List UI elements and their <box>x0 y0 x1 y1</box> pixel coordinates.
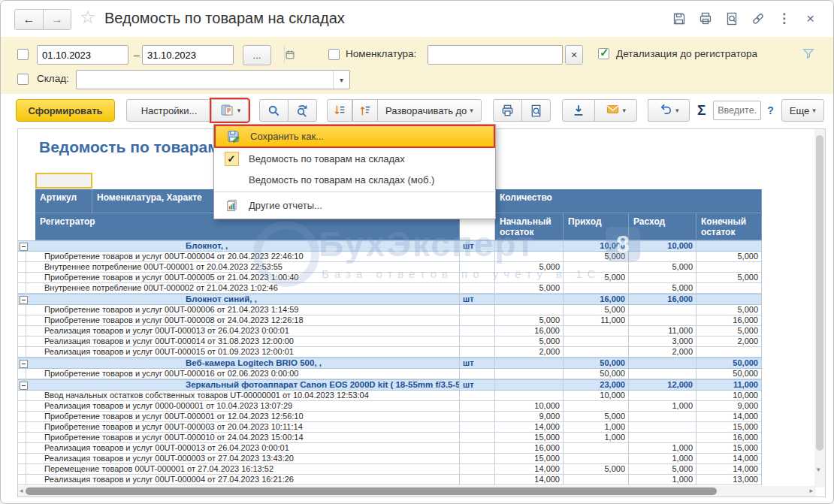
group-row[interactable]: Зеркальный фотоаппарат Canon EOS 2000D k… <box>18 379 762 391</box>
detail-row[interactable]: Приобретение товаров и услуг 00UT-000008… <box>18 315 762 326</box>
group-row[interactable]: Блокнот синий, ,шт16,00016,000 <box>18 294 762 305</box>
expand-to-button[interactable]: Разворачивать до ▾ <box>377 99 482 122</box>
column-header-quantity[interactable]: Количество <box>495 189 762 213</box>
period-options-button[interactable]: ... <box>243 45 271 65</box>
unit-cell <box>460 252 495 262</box>
value-cell <box>495 294 564 304</box>
nomenclature-checkbox[interactable] <box>328 49 340 60</box>
search-next-button[interactable] <box>288 99 317 122</box>
expand-groups-icon[interactable] <box>327 99 352 122</box>
detail-row[interactable]: Реализация товаров и услуг 00UT-000013 о… <box>18 443 762 454</box>
envelope-icon <box>606 102 620 119</box>
menu-item-save-as[interactable]: Сохранить как... <box>214 125 495 148</box>
save-file-button[interactable] <box>562 99 595 122</box>
print-icon[interactable] <box>697 11 713 26</box>
horizontal-scrollbar[interactable]: ◂ ▸ <box>18 486 816 496</box>
detail-row[interactable]: Внутреннее потребление 00UT-000001 от 20… <box>18 262 762 273</box>
detail-row[interactable]: Реализация товаров и услуг 00UT-000013 о… <box>18 326 762 337</box>
detail-row[interactable]: Приобретение товаров и услуг 00UT-000005… <box>18 273 762 283</box>
help-button[interactable]: ? <box>767 104 774 116</box>
autosum-button[interactable]: Σ <box>697 102 706 119</box>
detail-row[interactable]: Внутреннее потребление 00UT-000002 от 21… <box>18 283 762 294</box>
detail-row[interactable]: Приобретение товаров и услуг 00UT-000004… <box>18 252 762 262</box>
calendar-icon[interactable] <box>284 46 295 64</box>
print-button[interactable] <box>493 99 522 122</box>
group-row[interactable]: Веб-камера Logitech BRIO 500, ,шт50,0005… <box>18 358 762 369</box>
value-cell: 14,000 <box>495 475 564 485</box>
clear-nomenclature-button[interactable]: ✕ <box>565 45 583 65</box>
chevron-down-icon[interactable]: ▾ <box>333 71 349 89</box>
detail-row[interactable]: Приобретение товаров и услуг 00UT-000010… <box>18 433 762 443</box>
detail-row[interactable]: Приобретение товаров и услуг 00UT-000003… <box>18 422 762 433</box>
detail-row[interactable]: Реализация товаров и услуг 00UT-000014 о… <box>18 337 762 347</box>
detail-row[interactable]: Ввод начальных остатков собственных това… <box>18 391 762 401</box>
selected-cell[interactable] <box>35 173 92 189</box>
print-preview-button[interactable] <box>521 99 551 122</box>
menu-item-current-variant[interactable]: ✓ Ведомость по товарам на складах <box>214 148 495 170</box>
value-cell: 1,000 <box>564 422 629 433</box>
filter-funnel-icon[interactable] <box>802 47 815 63</box>
value-cell: 5,000 <box>629 262 697 273</box>
back-icon: ← <box>23 13 35 26</box>
column-header-end[interactable]: Конечный остаток <box>697 213 762 240</box>
send-email-button[interactable]: ▾ <box>594 99 637 122</box>
group-row[interactable]: Блокнот, ,шт10,00010,000 <box>18 240 762 252</box>
column-header-in[interactable]: Приход <box>564 213 629 240</box>
collapse-group-icon[interactable] <box>20 243 28 251</box>
preview-icon[interactable] <box>724 11 739 26</box>
filter-panel: – ... Номенклатура: ▾ ✕ ✓ Детализация до… <box>1 37 833 94</box>
column-header-begin[interactable]: Начальный остаток <box>495 213 564 240</box>
scroll-left-icon[interactable]: ◂ <box>20 487 23 494</box>
detail-row[interactable]: Приобретение товаров и услуг 00UT-000001… <box>18 412 762 422</box>
detail-row[interactable]: Реализация товаров и услуг 00UT-000003 о… <box>18 454 762 464</box>
collapse-group-icon[interactable] <box>20 296 28 304</box>
vertical-scrollbar[interactable]: ▾ <box>814 129 825 487</box>
collapse-groups-icon[interactable] <box>352 99 378 122</box>
period-checkbox[interactable] <box>17 49 29 60</box>
column-header-out[interactable]: Расход <box>629 213 697 240</box>
back-button[interactable]: ← <box>15 10 43 29</box>
warehouse-checkbox[interactable] <box>17 74 29 85</box>
generate-button[interactable]: Сформировать <box>16 99 115 122</box>
detail-row[interactable]: Реализация товаров и услуг 00UT-000004 о… <box>18 475 762 485</box>
vertical-scrollbar-thumb[interactable] <box>816 135 823 451</box>
link-icon[interactable] <box>750 11 766 26</box>
tree-cell <box>18 241 35 251</box>
value-cell <box>564 401 629 412</box>
search-button[interactable] <box>259 99 289 122</box>
quick-search-input[interactable] <box>713 101 761 120</box>
forward-icon: → <box>51 13 63 26</box>
detail-row[interactable]: Реализация товаров и услуг 00UT-000015 о… <box>18 347 762 358</box>
menu-item-other-reports[interactable]: Другие отчеты... <box>214 195 495 216</box>
detail-checkbox[interactable]: ✓ <box>598 48 609 59</box>
collapse-group-icon[interactable] <box>20 360 28 368</box>
more-menu-icon[interactable]: ⋮ <box>776 11 792 26</box>
settings-button[interactable]: Настройки... <box>126 99 212 122</box>
value-cell <box>629 315 697 326</box>
value-cell <box>495 252 564 262</box>
tree-cell <box>18 369 35 379</box>
value-cell: 1,000 <box>629 443 697 454</box>
close-icon[interactable]: ✕ <box>802 11 818 26</box>
standard-settings-button[interactable]: ▾ <box>648 99 690 122</box>
value-cell: 5,000 <box>495 262 564 273</box>
more-actions-button[interactable]: Еще ▾ <box>781 99 824 122</box>
detail-row[interactable]: Перемещение товаров 00UT-000001 от 27.04… <box>18 464 762 475</box>
forward-button[interactable]: → <box>43 10 71 29</box>
favorite-star-icon[interactable]: ☆ <box>80 7 96 28</box>
scroll-down-icon[interactable]: ▾ <box>817 466 820 473</box>
menu-item-mobile-variant[interactable]: Ведомость по товарам на складах (моб.) <box>214 170 495 189</box>
detail-row[interactable]: Реализация товаров и услуг 0000-000001 о… <box>18 401 762 412</box>
report-variants-button[interactable]: ▾ <box>211 99 249 122</box>
tree-line <box>26 412 26 421</box>
horizontal-scrollbar-thumb[interactable] <box>26 487 717 495</box>
scroll-right-icon[interactable]: ▸ <box>809 487 813 494</box>
collapse-group-icon[interactable] <box>20 382 28 390</box>
warehouse-input[interactable] <box>77 71 333 89</box>
detail-row[interactable]: Приобретение товаров и услуг 00UT-000016… <box>18 369 762 379</box>
detail-row[interactable]: Приобретение товаров и услуг 00UT-000006… <box>18 305 762 315</box>
nomenclature-input[interactable] <box>428 46 570 64</box>
column-header-article[interactable]: Артикул <box>35 189 92 213</box>
value-cell: 14,000 <box>495 464 564 475</box>
save-icon[interactable] <box>671 11 687 26</box>
